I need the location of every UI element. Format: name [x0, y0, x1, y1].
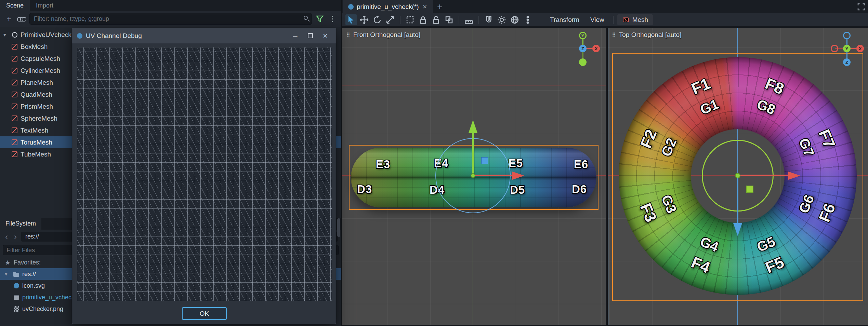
close-icon[interactable]: ×: [422, 2, 428, 11]
file-label: icon.svg: [22, 282, 45, 289]
tab-filesystem[interactable]: FileSystem: [0, 218, 41, 230]
move-tool-button[interactable]: [358, 14, 370, 25]
tree-item-label: TextMesh: [21, 127, 48, 134]
orientation-gizmo[interactable]: Y X Z: [828, 31, 868, 67]
tree-item-label: BoxMesh: [21, 43, 48, 51]
scene-filter-input[interactable]: [29, 13, 312, 25]
add-node-button[interactable]: +: [4, 14, 14, 24]
mesh-icon: [12, 139, 17, 145]
scale-tool-button[interactable]: [384, 14, 396, 25]
instance-scene-icon[interactable]: [17, 15, 26, 22]
lock-button[interactable]: [417, 14, 429, 25]
grid-line-red: [342, 85, 606, 86]
toolbar-menu-icon[interactable]: [522, 14, 534, 25]
distraction-free-button[interactable]: [854, 0, 868, 13]
scene-tab-active[interactable]: primitive_u_vcheck(*) ×: [343, 0, 433, 13]
folder-icon: [13, 273, 19, 277]
axis-ball-y-neg[interactable]: [579, 58, 587, 66]
history-back-button[interactable]: ‹: [3, 232, 10, 242]
x-axis-gizmo-shaft[interactable]: [738, 175, 788, 176]
axis-ball-x[interactable]: X: [592, 45, 600, 52]
tab-scene[interactable]: Scene: [0, 0, 30, 11]
mesh-icon: [12, 92, 17, 97]
uv-wireframe-grid: [77, 47, 332, 301]
axis-ball-z-neg[interactable]: [843, 32, 851, 39]
rotate-tool-button[interactable]: [371, 14, 383, 25]
y-axis-gizmo-shaft[interactable]: [472, 132, 474, 176]
scene-filter-row: + ⋮: [0, 11, 341, 27]
close-button[interactable]: ×: [319, 31, 331, 41]
tree-item-label: PrismMesh: [21, 103, 53, 110]
tree-item-label: TorusMesh: [21, 139, 52, 146]
orientation-gizmo[interactable]: Y Z X: [564, 31, 605, 67]
origin-gizmo-dot[interactable]: [735, 173, 740, 178]
svg-file-icon: [14, 283, 19, 288]
tabbar-spacer: [446, 0, 854, 13]
z-axis-gizmo-shaft[interactable]: [737, 176, 738, 223]
new-tab-button[interactable]: +: [433, 0, 446, 13]
viewport-title[interactable]: Top Orthogonal [auto]: [619, 31, 682, 39]
tree-item-label: PrimitiveUVcheck: [21, 31, 71, 39]
mesh-icon: [12, 56, 17, 62]
expand-arrow-icon[interactable]: ▾: [3, 32, 9, 38]
x-axis-gizmo-shaft[interactable]: [473, 175, 512, 176]
mesh-menu[interactable]: Mesh: [617, 14, 653, 25]
unlock-button[interactable]: [430, 14, 442, 25]
scene-tab-label: primitive_u_vcheck(*): [357, 3, 419, 11]
toolbar-separator: [613, 16, 614, 24]
dialog-titlebar[interactable]: UV Channel Debug – ×: [72, 28, 336, 43]
sun-preview-button[interactable]: [496, 14, 508, 25]
axis-ball-x[interactable]: X: [856, 45, 864, 52]
grip-icon: ⠿: [612, 32, 616, 38]
axis-ball-z[interactable]: Z: [579, 45, 587, 52]
viewport-container: E3 E4 E5 E6 D3 D4 D5 D6 ⠿ Front Orthogon…: [342, 27, 868, 326]
group-button[interactable]: [443, 14, 455, 25]
viewport-top[interactable]: F1 F2 F3 F4 F5 F6 F7 F8 G1 G2 G3 G4 G5 G…: [608, 28, 868, 325]
uv-channel-debug-dialog: UV Channel Debug – × OK: [72, 28, 336, 324]
scene-tree-menu-icon[interactable]: ⋮: [328, 14, 337, 24]
axis-ball-x-neg[interactable]: [831, 45, 838, 52]
select-tool-button[interactable]: [345, 14, 357, 25]
collapse-arrow-icon[interactable]: ▾: [5, 271, 10, 277]
plane-handle-gizmo[interactable]: [481, 157, 488, 164]
mesh-icon: [12, 116, 17, 121]
maximize-button[interactable]: [304, 33, 316, 38]
plane-handle-gizmo[interactable]: [746, 186, 753, 193]
viewport-front[interactable]: E3 E4 E5 E6 D3 D4 D5 D6 ⠿ Front Orthogon…: [342, 28, 606, 325]
grip-icon: ⠿: [346, 32, 350, 38]
y-axis-gizmo-arrow[interactable]: [469, 120, 477, 133]
environment-preview-button[interactable]: [509, 14, 521, 25]
viewport-toolbar: Transform View Mesh: [342, 13, 868, 27]
viewport-front-header[interactable]: ⠿ Front Orthogonal [auto]: [346, 31, 420, 39]
viewport-title[interactable]: Front Orthogonal [auto]: [353, 31, 420, 39]
maximize-icon: [308, 33, 313, 38]
editor-area: primitive_u_vcheck(*) × + Transform View: [342, 0, 868, 326]
filter-script-icon[interactable]: [315, 14, 324, 23]
snap-button[interactable]: [483, 14, 495, 25]
tree-item-label: SphereMesh: [21, 115, 57, 122]
history-forward-button[interactable]: ›: [12, 232, 18, 242]
axis-ball-y[interactable]: Y: [579, 32, 587, 39]
ruler-button[interactable]: [463, 14, 475, 25]
viewport-top-header[interactable]: ⠿ Top Orthogonal [auto]: [612, 31, 681, 39]
z-axis-gizmo-arrow[interactable]: [733, 223, 742, 236]
view-menu[interactable]: View: [586, 14, 609, 25]
node3d-icon: [12, 32, 17, 38]
mesh-icon: [12, 80, 17, 85]
tab-import[interactable]: Import: [30, 0, 60, 11]
viewport-edge-line: [608, 28, 608, 325]
tree-item-label: QuadMesh: [21, 91, 52, 98]
x-axis-gizmo-arrow[interactable]: [788, 172, 800, 180]
minimize-button[interactable]: –: [289, 31, 301, 41]
mesh-icon: [12, 104, 17, 109]
box-select-button[interactable]: [404, 14, 416, 25]
axis-ball-z[interactable]: Z: [843, 58, 851, 66]
toolbar-separator: [400, 16, 400, 24]
origin-gizmo-dot[interactable]: [471, 173, 475, 178]
transform-menu[interactable]: Transform: [545, 14, 584, 25]
mesh-icon: [12, 127, 17, 133]
axis-ball-y[interactable]: Y: [843, 45, 851, 52]
ok-button[interactable]: OK: [182, 307, 227, 320]
x-axis-gizmo-arrow[interactable]: [512, 172, 524, 180]
dock-scrollbar[interactable]: [337, 218, 340, 237]
